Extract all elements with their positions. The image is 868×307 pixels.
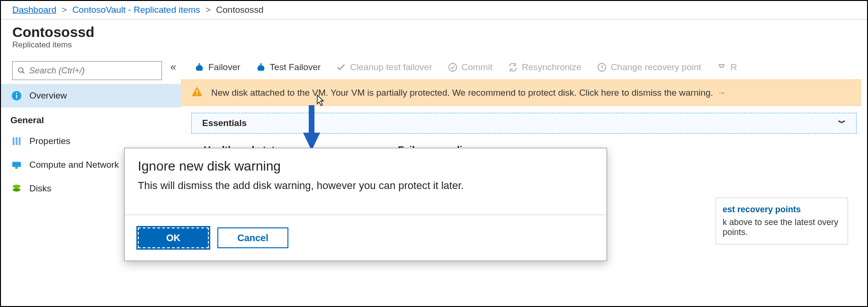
toolbar-test-failover[interactable]: Test Failover <box>256 62 321 72</box>
breadcrumb: Dashboard > ContosoVault - Replicated it… <box>1 1 867 19</box>
recovery-card-title: est recovery points <box>723 205 841 215</box>
toolbar-cleanup: Cleanup test failover <box>336 62 432 72</box>
toolbar-failover[interactable]: Failover <box>194 62 241 72</box>
breadcrumb-link-dashboard[interactable]: Dashboard <box>12 5 56 15</box>
cancel-button[interactable]: Cancel <box>217 227 288 248</box>
toolbar-more: R <box>716 62 737 72</box>
svg-rect-14 <box>197 90 197 93</box>
dialog-body: This will dismiss the add disk warning, … <box>138 180 593 192</box>
toolbar-change-recovery-point: Change recovery point <box>597 62 701 72</box>
disks-icon <box>10 182 23 195</box>
test-failover-icon <box>256 62 266 72</box>
toolbar-label: Commit <box>462 62 492 72</box>
chevron-down-double-icon: ︾ <box>838 118 846 128</box>
svg-point-11 <box>13 188 21 191</box>
svg-rect-8 <box>12 162 21 167</box>
svg-rect-7 <box>19 137 21 145</box>
toolbar-label: Change recovery point <box>611 62 701 72</box>
toolbar-label: Failover <box>208 62 241 72</box>
svg-rect-4 <box>16 93 17 94</box>
svg-point-0 <box>18 68 23 72</box>
recovery-points-card: est recovery points k above to see the l… <box>716 198 848 244</box>
warning-banner[interactable]: New disk attached to the VM. Your VM is … <box>181 79 861 106</box>
toolbar-label: Resynchronize <box>522 62 582 72</box>
clock-icon <box>597 62 607 72</box>
resync-icon <box>508 62 518 72</box>
warning-icon <box>191 86 203 99</box>
page-header: Contosossd Replicated items <box>1 19 867 55</box>
sidebar-item-label: Disks <box>29 183 51 194</box>
toolbar-label: R <box>731 62 737 72</box>
warning-text: New disk attached to the VM. Your VM is … <box>211 88 713 98</box>
svg-rect-15 <box>197 94 197 95</box>
breadcrumb-current: Contosossd <box>216 5 263 15</box>
properties-icon <box>10 135 23 147</box>
arrow-right-icon: → <box>717 88 726 98</box>
svg-point-10 <box>13 185 21 188</box>
svg-rect-5 <box>13 137 15 145</box>
toolbar-label: Test Failover <box>270 62 321 72</box>
toolbar-commit: Commit <box>447 62 492 72</box>
sidebar-item-overview[interactable]: Overview <box>1 84 181 108</box>
svg-point-12 <box>448 63 456 72</box>
dialog-title: Ignore new disk warning <box>138 159 593 174</box>
search-icon <box>18 66 26 75</box>
info-icon <box>10 90 23 102</box>
toolbar: Failover Test Failover Cleanup test fail… <box>181 55 867 79</box>
breadcrumb-separator: > <box>206 5 211 15</box>
collapse-sidebar-button[interactable]: « <box>169 57 181 77</box>
failover-icon <box>194 62 205 72</box>
search-input[interactable] <box>29 66 157 76</box>
sidebar-item-label: Overview <box>29 90 67 101</box>
commit-icon <box>447 62 458 72</box>
check-icon <box>336 62 346 72</box>
search-box[interactable] <box>12 61 162 80</box>
svg-rect-3 <box>16 95 17 98</box>
sidebar-item-label: Compute and Network <box>29 160 119 170</box>
ok-button[interactable]: OK <box>138 227 209 248</box>
sidebar-item-label: Properties <box>29 136 71 146</box>
svg-line-1 <box>22 72 24 73</box>
breadcrumb-link-vault[interactable]: ContosoVault - Replicated items <box>72 5 200 15</box>
recovery-card-body: k above to see the latest overy points. <box>723 217 841 237</box>
svg-rect-9 <box>15 167 18 169</box>
toolbar-resync: Resynchronize <box>508 62 582 72</box>
sidebar-section-general: General <box>1 108 181 129</box>
page-title: Contosossd <box>12 24 856 40</box>
essentials-panel[interactable]: Essentials ︾ <box>191 113 857 134</box>
breadcrumb-separator: > <box>62 5 67 15</box>
toolbar-label: Cleanup test failover <box>350 62 432 72</box>
essentials-label: Essentials <box>202 118 247 128</box>
page-subtitle: Replicated items <box>12 40 856 50</box>
recycle-icon <box>716 62 727 72</box>
compute-network-icon <box>10 159 23 171</box>
dialog-ignore-disk-warning: Ignore new disk warning This will dismis… <box>124 148 607 261</box>
svg-rect-6 <box>16 137 18 145</box>
